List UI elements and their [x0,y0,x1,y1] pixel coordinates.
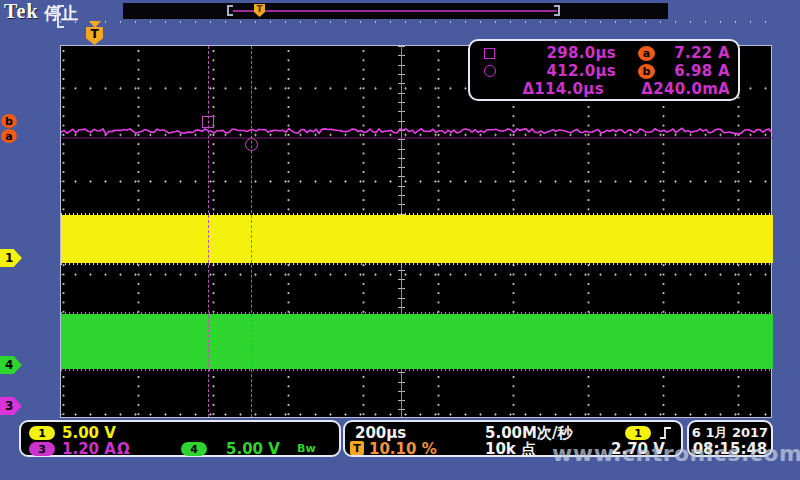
horizontal-tick-row [60,21,772,23]
ch1-badge[interactable]: 1 [29,426,55,440]
ch3-scale: 1.20 A [62,440,116,458]
cursor-b-row: 412.0μs b 6.98 A [484,62,730,80]
cursor-a-badge: a [638,46,655,61]
ch4-waveform-band [61,314,773,369]
ch4-bandwidth-icon: Bw [297,442,316,455]
watermark: www.cntronics.com [552,441,800,466]
trigger-position-marker: T [86,27,103,45]
trigger-position-badge: T [350,441,364,455]
record-edge-indicator-icon [57,5,64,28]
trigger-source-badge: 1 [625,426,651,440]
cursor-a-marker: a [1,129,17,143]
cursor-a-square-icon[interactable] [202,116,214,128]
rising-edge-icon [659,426,672,441]
ch3-coupling: Ω [117,440,130,458]
ch3-trace [61,128,772,134]
cursor-b-value: 6.98 A [655,62,730,80]
trigger-position-icon: T [254,4,265,17]
trigger-position-value: 10.10 % [369,440,437,458]
record-view-bar: T [123,3,668,19]
cursor-b-line[interactable] [251,46,252,417]
cursor-a-row: 298.0μs a 7.22 A [484,44,730,62]
ch3-ground-marker: 3 [0,397,22,415]
delta-value: Δ240.0mA [641,80,730,98]
circle-cursor-icon [484,65,496,77]
oscilloscope-screen: Tek 停止 T b a 1 4 3 T 298.0μ [0,0,800,480]
channel-scales-box: 1 5.00 V 3 1.20 A Ω 4 5.00 V Bw [19,420,341,457]
cursor-a-line[interactable] [208,46,209,417]
cursor-delta-row: Δ114.0μs Δ240.0mA [484,80,730,98]
delta-time: Δ114.0μs [508,80,604,98]
ch4-ground-marker: 4 [0,356,22,374]
cursor-readout-box: 298.0μs a 7.22 A 412.0μs b 6.98 A Δ114.0… [468,39,740,101]
ch1-waveform-band [61,215,773,263]
ch4-scale: 5.00 V [226,440,280,458]
cursor-b-marker: b [1,114,17,128]
cursor-a-value: 7.22 A [655,44,730,62]
cursor-b-circle-icon[interactable] [245,138,258,151]
record-waveform-line [233,10,557,12]
trigger-caret-icon [89,21,101,28]
ch4-badge[interactable]: 4 [181,442,207,456]
cursor-a-time: 298.0μs [510,44,616,62]
ch1-ground-marker: 1 [0,249,22,267]
square-cursor-icon [484,48,495,59]
ch3-trace-svg [61,119,773,145]
ch3-badge[interactable]: 3 [29,442,55,456]
record-length: 10k 点 [485,440,536,459]
cursor-b-time: 412.0μs [510,62,616,80]
cursor-b-badge: b [638,64,655,79]
tek-logo: Tek [4,0,39,23]
